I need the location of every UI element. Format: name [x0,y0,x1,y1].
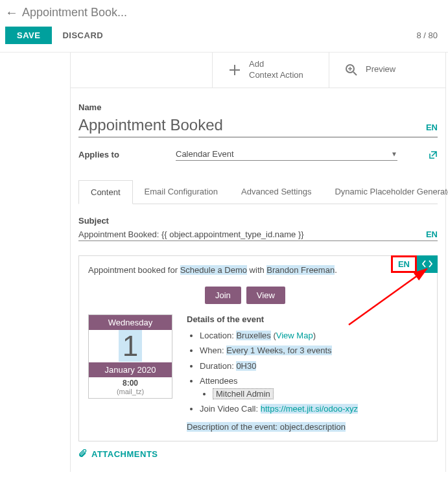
body-intro: Appointment booked for Schedule a Demo w… [88,264,428,277]
external-link-icon[interactable] [429,150,438,159]
breadcrumb: ← Appointment Book... [0,0,448,23]
preview-button[interactable]: Preview [329,53,445,88]
action-bar: SAVE DISCARD 8 / 80 [0,23,448,52]
detail-video: Join Video Call: https://meet.jit.si/odo… [200,403,428,416]
discard-button[interactable]: DISCARD [62,30,103,40]
name-input[interactable] [78,116,426,134]
applies-to-input[interactable] [176,149,387,159]
tabs: Content Email Configuration Advanced Set… [78,180,438,204]
calendar-month: January 2020 [89,362,172,377]
plus-icon [228,64,241,76]
calendar-widget: Wednesday 1 January 2020 8:00 (mail_tz) [88,314,172,399]
detail-attendees: Attendees Mitchell Admin [200,375,428,400]
name-lang-button[interactable]: EN [426,123,438,132]
add-context-action-button[interactable]: Add Context Action [212,53,329,88]
subject-lang-button[interactable]: EN [426,229,438,239]
body-lang-button[interactable]: EN [391,255,417,273]
view-button[interactable]: View [246,287,285,304]
magnify-plus-icon [345,64,358,76]
pager[interactable]: 8 / 80 [416,30,443,40]
attendee-chip: Mitchell Admin [213,388,274,399]
calendar-weekday: Wednesday [89,315,172,330]
detail-when: When: Every 1 Weeks, for 3 events [200,344,428,357]
name-label: Name [78,102,438,112]
form-sheet: Add Context Action Preview Name EN Appli… [70,53,446,472]
attachments-button[interactable]: ATTACHMENTS [78,441,438,467]
back-arrow-icon[interactable]: ← [5,5,18,20]
calendar-day: 1 [89,330,172,362]
save-button[interactable]: SAVE [5,27,52,44]
detail-description: Description of the event: object.descrip… [187,422,428,432]
stat-button-row: Add Context Action Preview [71,53,445,88]
details-heading: Details of the event [187,314,428,324]
calendar-time: 8:00 [89,377,172,388]
detail-location: Location: Bruxelles (View Map) [200,329,428,342]
code-view-button[interactable] [417,255,438,273]
applies-to-label: Applies to [78,150,150,159]
add-context-line1: Add [249,59,303,70]
join-button[interactable]: Join [205,287,241,304]
tab-content[interactable]: Content [78,180,133,204]
calendar-tz: (mail_tz) [89,388,172,398]
view-map-link[interactable]: View Map [276,331,313,340]
subject-label: Subject [78,216,438,226]
attachments-label: ATTACHMENTS [91,449,158,459]
video-call-link[interactable]: https://meet.jit.si/odoo-xyz [261,404,358,414]
tab-dynamic-placeholder[interactable]: Dynamic Placeholder Generator [323,180,448,204]
detail-duration: Duration: 0H30 [200,360,428,373]
subject-input[interactable] [78,229,426,239]
dropdown-caret-icon[interactable]: ▼ [391,150,397,158]
paperclip-icon [78,449,88,458]
breadcrumb-title[interactable]: Appointment Book... [22,6,127,19]
preview-label: Preview [366,64,395,75]
tab-email-configuration[interactable]: Email Configuration [133,180,230,204]
tab-advanced-settings[interactable]: Advanced Settings [230,180,323,204]
add-context-line2: Context Action [249,70,303,81]
body-editor[interactable]: EN Appointment booked for Schedule a Dem… [78,255,438,441]
